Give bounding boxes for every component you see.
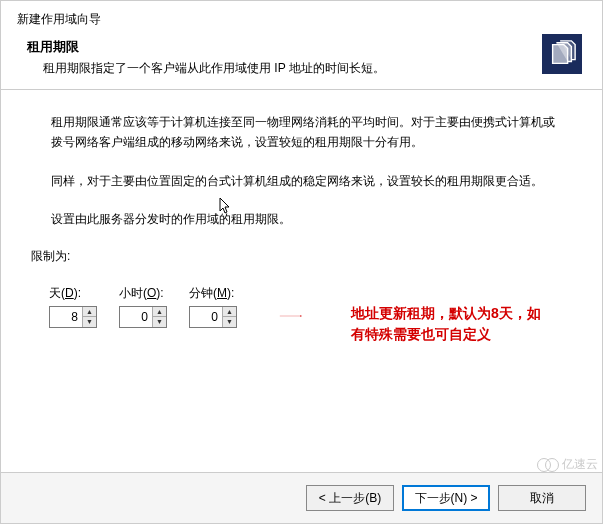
minutes-spinner-buttons: ▲ ▼ [222,307,236,327]
minutes-value[interactable]: 0 [190,307,222,327]
body-paragraph-3: 设置由此服务器分发时的作用域的租用期限。 [51,209,562,229]
next-button[interactable]: 下一步(N) > [402,485,490,511]
wizard-window: 新建作用域向导 租用期限 租用期限指定了一个客户端从此作用域使用 IP 地址的时… [0,0,603,524]
annotation-line-1: 地址更新租期，默认为8天，如 [351,303,581,324]
window-title: 新建作用域向导 [1,1,602,28]
days-spinner-buttons: ▲ ▼ [82,307,96,327]
body-paragraph-1: 租用期限通常应该等于计算机连接至同一物理网络消耗的平均时间。对于主要由便携式计算… [51,112,562,153]
days-up-button[interactable]: ▲ [83,307,96,317]
days-field-group: 天(D): 8 ▲ ▼ [49,285,97,328]
minutes-down-button[interactable]: ▼ [223,317,236,327]
watermark-logo-icon [537,458,559,472]
hours-value[interactable]: 0 [120,307,152,327]
watermark-text: 亿速云 [562,456,598,473]
watermark: 亿速云 [537,456,598,473]
hours-label: 小时(O): [119,285,164,302]
header-title: 租用期限 [27,38,512,56]
wizard-footer: < 上一步(B) 下一步(N) > 取消 [1,472,602,523]
body-paragraph-2: 同样，对于主要由位置固定的台式计算机组成的稳定网络来说，设置较长的租用期限更合适… [51,171,562,191]
minutes-field-group: 分钟(M): 0 ▲ ▼ [189,285,237,328]
hours-up-button[interactable]: ▲ [153,307,166,317]
wizard-header: 租用期限 租用期限指定了一个客户端从此作用域使用 IP 地址的时间长短。 [1,28,602,90]
limit-label: 限制为: [31,248,602,265]
days-value[interactable]: 8 [50,307,82,327]
hours-spinner-buttons: ▲ ▼ [152,307,166,327]
hours-field-group: 小时(O): 0 ▲ ▼ [119,285,167,328]
days-down-button[interactable]: ▼ [83,317,96,327]
days-label: 天(D): [49,285,81,302]
minutes-up-button[interactable]: ▲ [223,307,236,317]
back-button[interactable]: < 上一步(B) [306,485,394,511]
hours-down-button[interactable]: ▼ [153,317,166,327]
wizard-body: 租用期限通常应该等于计算机连接至同一物理网络消耗的平均时间。对于主要由便携式计算… [1,90,602,230]
scope-icon [542,34,582,74]
cancel-button[interactable]: 取消 [498,485,586,511]
days-spinner[interactable]: 8 ▲ ▼ [49,306,97,328]
minutes-label: 分钟(M): [189,285,234,302]
annotation-line-2: 有特殊需要也可自定义 [351,324,581,345]
minutes-spinner[interactable]: 0 ▲ ▼ [189,306,237,328]
header-description: 租用期限指定了一个客户端从此作用域使用 IP 地址的时间长短。 [43,60,512,77]
annotation-text: 地址更新租期，默认为8天，如 有特殊需要也可自定义 [351,303,581,345]
hours-spinner[interactable]: 0 ▲ ▼ [119,306,167,328]
